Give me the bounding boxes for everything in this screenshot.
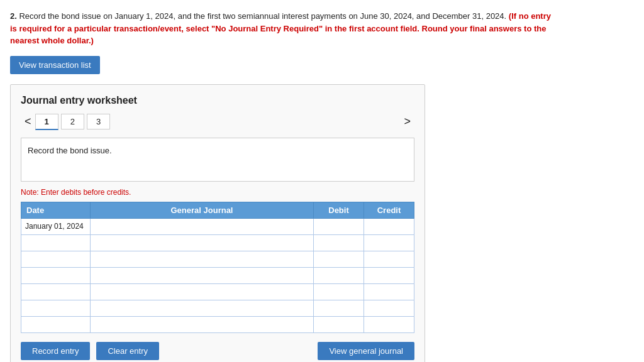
row-3-debit-cell[interactable] xyxy=(314,267,364,283)
row-0-credit-input[interactable] xyxy=(364,219,414,234)
tab-1[interactable]: 1 xyxy=(35,114,58,130)
row-2-credit-input[interactable] xyxy=(364,251,414,267)
row-3-debit-input[interactable] xyxy=(314,268,364,283)
row-4-journal-cell[interactable] xyxy=(91,283,314,300)
record-description: Record the bond issue. xyxy=(21,138,414,182)
row-1-journal-input[interactable] xyxy=(91,235,313,251)
row-6-journal-cell[interactable] xyxy=(91,316,314,332)
row-4-credit-cell[interactable] xyxy=(364,283,414,300)
row-0-debit-cell[interactable] xyxy=(314,218,364,234)
row-5-credit-input[interactable] xyxy=(364,300,414,316)
record-description-text: Record the bond issue. xyxy=(28,146,112,155)
row-4-debit-cell[interactable] xyxy=(314,283,364,300)
row-6-credit-cell[interactable] xyxy=(364,316,414,332)
tab-navigation: < 1 2 3 > xyxy=(21,114,414,130)
table-row xyxy=(21,234,414,251)
nav-next-arrow[interactable]: > xyxy=(400,114,414,129)
row-3-credit-cell[interactable] xyxy=(364,267,414,283)
row-6-journal-input[interactable] xyxy=(91,317,313,332)
row-0-journal-cell[interactable] xyxy=(91,218,314,234)
question-number: 2. xyxy=(10,11,17,21)
table-row: January 01, 2024 xyxy=(21,218,414,234)
row-4-journal-input[interactable] xyxy=(91,284,313,300)
row-0-debit-input[interactable] xyxy=(314,219,364,234)
row-5-date xyxy=(21,300,91,316)
nav-prev-arrow[interactable]: < xyxy=(21,114,35,129)
row-0-credit-cell[interactable] xyxy=(364,218,414,234)
col-header-credit: Credit xyxy=(364,202,414,218)
row-2-debit-input[interactable] xyxy=(314,251,364,267)
col-header-date: Date xyxy=(21,202,91,218)
tab-2[interactable]: 2 xyxy=(61,114,84,129)
row-4-debit-input[interactable] xyxy=(314,284,364,300)
row-6-debit-input[interactable] xyxy=(314,317,364,332)
row-5-journal-input[interactable] xyxy=(91,300,313,316)
row-6-debit-cell[interactable] xyxy=(314,316,364,332)
record-entry-button[interactable]: Record entry xyxy=(21,342,90,360)
row-2-credit-cell[interactable] xyxy=(364,251,414,267)
row-0-date: January 01, 2024 xyxy=(21,218,91,234)
table-row xyxy=(21,283,414,300)
worksheet-container: Journal entry worksheet < 1 2 3 > Record… xyxy=(10,84,425,363)
row-1-debit-input[interactable] xyxy=(314,235,364,251)
row-0-journal-input[interactable] xyxy=(91,219,313,234)
col-header-journal: General Journal xyxy=(91,202,314,218)
row-1-date xyxy=(21,234,91,251)
row-2-debit-cell[interactable] xyxy=(314,251,364,267)
view-transaction-button[interactable]: View transaction list xyxy=(10,56,100,74)
row-6-date xyxy=(21,316,91,332)
tab-3[interactable]: 3 xyxy=(87,114,110,129)
row-3-credit-input[interactable] xyxy=(364,268,414,283)
row-3-journal-input[interactable] xyxy=(91,268,313,283)
row-5-credit-cell[interactable] xyxy=(364,300,414,316)
table-row xyxy=(21,267,414,283)
row-5-debit-cell[interactable] xyxy=(314,300,364,316)
row-2-date xyxy=(21,251,91,267)
row-3-date xyxy=(21,267,91,283)
table-row xyxy=(21,251,414,267)
row-1-journal-cell[interactable] xyxy=(91,234,314,251)
row-2-journal-input[interactable] xyxy=(91,251,313,267)
view-general-journal-button[interactable]: View general journal xyxy=(318,342,414,360)
row-5-debit-input[interactable] xyxy=(314,300,364,316)
row-1-credit-cell[interactable] xyxy=(364,234,414,251)
col-header-debit: Debit xyxy=(314,202,364,218)
row-1-debit-cell[interactable] xyxy=(314,234,364,251)
row-4-date xyxy=(21,283,91,300)
row-1-credit-input[interactable] xyxy=(364,235,414,251)
note-text: Note: Enter debits before credits. xyxy=(21,188,414,197)
clear-entry-button[interactable]: Clear entry xyxy=(96,342,159,360)
table-row xyxy=(21,300,414,316)
worksheet-title: Journal entry worksheet xyxy=(21,95,414,106)
table-row xyxy=(21,316,414,332)
row-6-credit-input[interactable] xyxy=(364,317,414,332)
question-body: Record the bond issue on January 1, 2024… xyxy=(19,11,506,21)
question-text: 2. Record the bond issue on January 1, 2… xyxy=(10,10,551,47)
row-3-journal-cell[interactable] xyxy=(91,267,314,283)
action-buttons-row: Record entry Clear entry View general jo… xyxy=(21,342,414,360)
row-5-journal-cell[interactable] xyxy=(91,300,314,316)
row-2-journal-cell[interactable] xyxy=(91,251,314,267)
row-4-credit-input[interactable] xyxy=(364,284,414,300)
journal-table: Date General Journal Debit Credit Januar… xyxy=(21,202,414,333)
